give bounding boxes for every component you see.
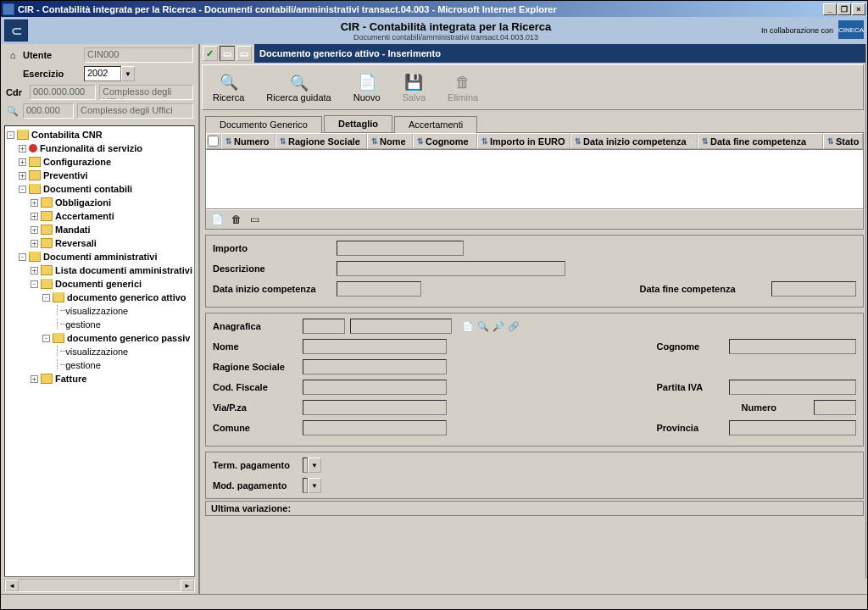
grid-col-data-inizio[interactable]: ⇅Data inizio competenza	[570, 133, 698, 149]
tree-item[interactable]: Documenti contabili	[43, 182, 132, 196]
binoculars-icon[interactable]: 🔍	[6, 106, 19, 117]
grid-col-cognome[interactable]: ⇅Cognome	[413, 133, 477, 149]
search-guided-anag-icon[interactable]: 🔎	[492, 320, 504, 332]
anagrafica-label: Anagrafica	[213, 321, 298, 331]
toolbar: 🔍 Ricerca 🔍 Ricerca guidata 📄 Nuovo 💾 Sa…	[202, 64, 865, 110]
tree-leaf[interactable]: gestione	[65, 318, 101, 331]
tree-item[interactable]: Documenti amministrativi	[43, 250, 157, 263]
new-document-icon: 📄	[357, 72, 377, 92]
new-row-icon[interactable]: 📄	[211, 213, 225, 226]
tree-root[interactable]: Contabilita CNR	[31, 128, 103, 141]
copy-row-icon[interactable]: ▭	[248, 213, 262, 226]
ricerca-guidata-button[interactable]: 🔍 Ricerca guidata	[263, 71, 334, 104]
collab-label: In collaborazione con	[761, 26, 833, 35]
provincia-field[interactable]	[729, 420, 856, 435]
cdr-code-field: 000.000.000	[30, 85, 96, 100]
tree-item[interactable]: Mandati	[55, 223, 91, 236]
grid-col-numero[interactable]: ⇅Numero	[221, 133, 275, 149]
tree-item[interactable]: Preventivi	[43, 169, 88, 182]
app-subtitle: Documenti contabili/amministrativi trans…	[28, 33, 864, 42]
cineca-logo: CINECA	[838, 20, 864, 39]
tree-item[interactable]: Accertamenti	[55, 209, 114, 223]
grid-col-ragione[interactable]: ⇅Ragione Sociale	[275, 133, 367, 149]
ragione-sociale-field[interactable]	[303, 359, 447, 374]
scroll-left-icon[interactable]: ◄	[5, 580, 19, 591]
form-section-3: Term. pagamento ▼ Mod. pagamento ▼	[205, 452, 865, 499]
grid-col-importo[interactable]: ⇅Importo in EURO	[477, 133, 570, 149]
content-v-scrollbar[interactable]: ▲	[865, 44, 867, 579]
term-pagamento-select[interactable]: ▼	[303, 458, 321, 473]
exercise-select[interactable]: 2002	[84, 66, 121, 81]
delete-row-icon[interactable]: 🗑	[230, 213, 243, 226]
scroll-right-icon[interactable]: ►	[181, 580, 194, 591]
grid-col-stato[interactable]: ⇅Stato	[823, 133, 864, 149]
maximize-button[interactable]: ❐	[837, 3, 851, 15]
partita-iva-field[interactable]	[729, 380, 856, 395]
cdr-desc-field: Complesso degli Uffici	[99, 85, 193, 100]
anagrafica-desc-field[interactable]	[350, 319, 452, 334]
header-btn-3[interactable]: ▭	[236, 46, 252, 61]
tree-leaf[interactable]: gestione	[65, 358, 101, 372]
tree-item[interactable]: Fatture	[55, 372, 86, 385]
grid-col-nome[interactable]: ⇅Nome	[367, 133, 413, 149]
grid-col-data-fine[interactable]: ⇅Data fine competenza	[698, 133, 823, 149]
chevron-down-icon[interactable]: ▼	[308, 478, 321, 493]
numero-field[interactable]	[814, 400, 856, 415]
search-anag-icon[interactable]: 🔍	[477, 320, 489, 332]
chevron-down-icon[interactable]: ▼	[121, 66, 135, 81]
tree-leaf[interactable]: visualizzazione	[65, 345, 128, 358]
tab-dettaglio[interactable]: Dettaglio	[324, 115, 392, 132]
anagrafica-code-field[interactable]	[303, 319, 345, 334]
grid-checkbox-header[interactable]	[206, 133, 221, 149]
new-anag-icon[interactable]: 📄	[462, 320, 474, 332]
nuovo-button[interactable]: 📄 Nuovo	[350, 70, 384, 104]
minimize-button[interactable]: _	[823, 3, 837, 15]
sort-icon: ⇅	[827, 137, 834, 146]
save-icon: 💾	[403, 72, 424, 92]
provincia-label: Provincia	[656, 423, 724, 433]
descrizione-label: Descrizione	[213, 263, 331, 274]
cod-fiscale-field[interactable]	[303, 380, 447, 395]
data-fine-comp-label: Data fine competenza	[639, 284, 766, 294]
tree-leaf[interactable]: visualizzazione	[65, 304, 128, 318]
tab-documento-generico[interactable]: Documento Generico	[205, 116, 322, 133]
header-btn-1[interactable]: ✓	[203, 46, 218, 61]
close-button[interactable]: ×	[852, 3, 865, 15]
tree-item[interactable]: documento generico passiv	[67, 331, 190, 345]
app-title: CIR - Contabilità integrata per la Ricer…	[28, 20, 864, 33]
nome-field[interactable]	[303, 339, 447, 354]
data-fine-comp-field[interactable]	[771, 281, 856, 297]
select-all-checkbox[interactable]	[208, 136, 219, 147]
grid-toolbar: 📄 🗑 ▭	[206, 209, 864, 229]
chevron-down-icon[interactable]: ▼	[308, 458, 321, 473]
tree-item[interactable]: Configurazione	[43, 155, 111, 169]
descrizione-field[interactable]	[337, 261, 565, 276]
via-pza-field[interactable]	[303, 400, 447, 415]
tree-h-scrollbar[interactable]: ◄ ►	[4, 579, 195, 592]
cdr-label: Cdr	[6, 87, 26, 97]
uo-desc-field: Complesso degli Uffici	[77, 103, 193, 119]
header-btn-2[interactable]: ▭	[220, 46, 235, 61]
data-inizio-comp-field[interactable]	[337, 281, 421, 297]
tab-accertamenti[interactable]: Accertamenti	[394, 116, 477, 133]
cognome-field[interactable]	[729, 339, 856, 354]
tree-item[interactable]: Obbligazioni	[55, 196, 111, 209]
tree-item[interactable]: Documenti generici	[55, 277, 142, 291]
elimina-button: 🗑 Elimina	[444, 70, 481, 104]
ricerca-button[interactable]: 🔍 Ricerca	[209, 70, 248, 104]
mod-pagamento-select[interactable]: ▼	[303, 478, 321, 493]
tree-item[interactable]: Lista documenti amministrativi	[55, 263, 192, 277]
salva-button: 💾 Salva	[399, 70, 430, 104]
grid-panel: ⇅Numero ⇅Ragione Sociale ⇅Nome ⇅Cognome …	[205, 132, 865, 230]
tree-item[interactable]: Reversali	[55, 236, 97, 250]
navigation-tree[interactable]: -Contabilita CNR +Funzionalita di serviz…	[4, 125, 195, 577]
comune-field[interactable]	[303, 420, 447, 435]
app-icon	[3, 3, 14, 15]
data-inizio-comp-label: Data inizio competenza	[213, 284, 331, 294]
link-anag-icon[interactable]: 🔗	[508, 320, 520, 332]
importo-field[interactable]	[337, 241, 464, 256]
user-field: CIN000	[84, 47, 193, 63]
tab-bar: Documento Generico Dettaglio Accertament…	[205, 115, 865, 132]
tree-item[interactable]: documento generico attivo	[67, 291, 186, 304]
tree-item[interactable]: Funzionalita di servizio	[40, 141, 142, 155]
